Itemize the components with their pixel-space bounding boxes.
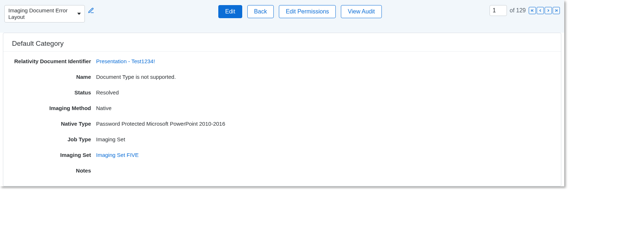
field-label: Native Type	[12, 121, 96, 127]
field-value: Resolved	[96, 89, 119, 96]
card-title: Default Category	[3, 33, 561, 52]
edit-button[interactable]: Edit	[218, 5, 242, 18]
document-id-link[interactable]: Presentation - Test1234!	[96, 58, 155, 64]
page-number-input[interactable]	[490, 5, 507, 16]
next-page-button[interactable]	[545, 7, 552, 14]
field-value: Imaging Set	[96, 136, 125, 142]
field-value: Document Type is not supported.	[96, 74, 176, 80]
toolbar: Imaging Document Error Layout Edit Back …	[0, 0, 564, 33]
pager-nav	[529, 7, 560, 14]
field-imaging-set: Imaging Set Imaging Set FIVE	[12, 152, 552, 158]
field-label: Imaging Set	[12, 152, 96, 158]
last-page-button[interactable]	[553, 7, 560, 14]
field-name: Name Document Type is not supported.	[12, 74, 552, 80]
field-native-type: Native Type Password Protected Microsoft…	[12, 121, 552, 127]
field-list: Relativity Document Identifier Presentat…	[3, 52, 561, 186]
edit-layout-icon[interactable]	[88, 7, 94, 14]
field-imaging-method: Imaging Method Native	[12, 105, 552, 111]
field-notes: Notes	[12, 167, 552, 174]
field-label: Job Type	[12, 136, 96, 142]
field-label: Notes	[12, 167, 96, 174]
action-buttons: Edit Back Edit Permissions View Audit	[218, 5, 382, 18]
field-label: Relativity Document Identifier	[12, 58, 96, 64]
field-label: Status	[12, 89, 96, 96]
page-total-label: of 129	[510, 7, 526, 14]
imaging-set-link[interactable]: Imaging Set FIVE	[96, 152, 139, 158]
layout-selector[interactable]: Imaging Document Error Layout	[4, 5, 85, 23]
back-button[interactable]: Back	[247, 5, 274, 18]
field-job-type: Job Type Imaging Set	[12, 136, 552, 142]
field-document-id: Relativity Document Identifier Presentat…	[12, 58, 552, 64]
field-label: Imaging Method	[12, 105, 96, 111]
layout-selector-label: Imaging Document Error Layout	[8, 7, 74, 20]
field-label: Name	[12, 74, 96, 80]
field-value: Native	[96, 105, 112, 111]
default-category-card: Default Category Relativity Document Ide…	[3, 33, 561, 186]
view-audit-button[interactable]: View Audit	[341, 5, 381, 18]
pager: of 129	[490, 5, 560, 16]
page: Imaging Document Error Layout Edit Back …	[0, 0, 564, 186]
edit-permissions-button[interactable]: Edit Permissions	[279, 5, 336, 18]
prev-page-button[interactable]	[537, 7, 544, 14]
field-value: Password Protected Microsoft PowerPoint …	[96, 121, 225, 127]
chevron-down-icon	[77, 13, 81, 15]
first-page-button[interactable]	[529, 7, 536, 14]
field-status: Status Resolved	[12, 89, 552, 96]
